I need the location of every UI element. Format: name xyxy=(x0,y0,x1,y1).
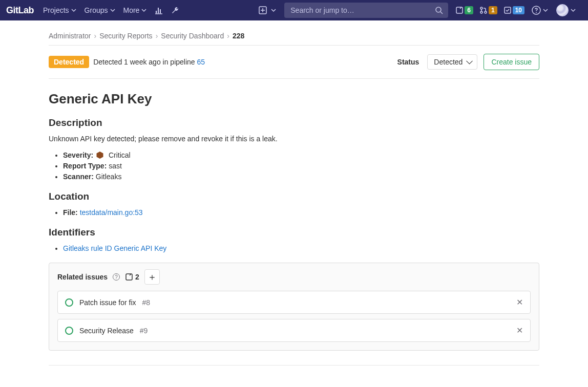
file-label: File: xyxy=(63,208,78,217)
related-issues-panel: Related issues ? 2 ＋ Patch issue for fix… xyxy=(49,263,539,351)
top-navbar: GitLab Projects Groups More xyxy=(0,0,588,20)
chevron-down-icon xyxy=(571,8,576,13)
issue-title: Security Release xyxy=(79,327,134,335)
avatar xyxy=(556,4,569,16)
related-issues-count-value: 2 xyxy=(135,273,139,281)
svg-rect-10 xyxy=(126,274,132,280)
location-list: File: testdata/main.go:53 xyxy=(49,208,539,217)
report-type-label: Report Type: xyxy=(63,162,107,170)
related-issues-title: Related issues xyxy=(57,273,108,281)
chevron-down-icon xyxy=(110,8,115,13)
severity-critical-icon xyxy=(96,152,103,159)
crumb-sep: › xyxy=(227,32,229,40)
location-heading: Location xyxy=(49,191,539,202)
identifier-row: Gitleaks rule ID Generic API Key xyxy=(63,244,539,252)
user-menu[interactable] xyxy=(552,1,580,19)
analytics-icon[interactable] xyxy=(151,3,167,17)
mr-count: 1 xyxy=(489,6,497,14)
remove-related-issue-button[interactable]: ✕ xyxy=(516,326,523,335)
crumb-sep: › xyxy=(156,32,158,40)
status-row: Detected Detected 1 week ago in pipeline… xyxy=(49,46,539,79)
merge-request-icon xyxy=(479,6,488,14)
brand-logo[interactable]: GitLab xyxy=(4,5,39,16)
status-pill: Detected xyxy=(49,56,89,68)
mr-counter[interactable]: 1 xyxy=(476,4,500,16)
crumb-sep: › xyxy=(94,32,96,40)
file-row: File: testdata/main.go:53 xyxy=(63,208,539,217)
description-text: Unknown API key detected; please remove … xyxy=(49,135,539,143)
add-related-issue-button[interactable]: ＋ xyxy=(144,269,160,285)
nav-projects[interactable]: Projects xyxy=(39,3,80,17)
help-icon[interactable]: ? xyxy=(113,273,120,281)
related-issues-body: Patch issue for fix #8 ✕ Security Releas… xyxy=(49,291,539,350)
nav-projects-label: Projects xyxy=(43,6,69,14)
todos-count: 10 xyxy=(513,6,524,14)
issue-ref: #8 xyxy=(142,298,151,307)
new-dropdown[interactable] xyxy=(255,3,271,17)
crumb-security-dashboard[interactable]: Security Dashboard xyxy=(161,32,224,40)
pipeline-link[interactable]: 65 xyxy=(197,58,205,66)
report-type-row: Report Type: sast xyxy=(63,162,539,170)
svg-marker-9 xyxy=(97,152,103,159)
breadcrumb: Administrator › Security Reports › Secur… xyxy=(49,27,539,46)
report-type-value: sast xyxy=(109,162,122,170)
related-issues-header: Related issues ? 2 ＋ xyxy=(49,263,539,291)
severity-label: Severity: xyxy=(63,151,93,159)
crumb-admin[interactable]: Administrator xyxy=(49,32,91,40)
nav-more[interactable]: More xyxy=(119,3,151,17)
severity-value: Critical xyxy=(109,151,131,159)
bottom-divider xyxy=(49,365,539,365)
issue-title: Patch issue for fix xyxy=(79,298,136,307)
identifiers-list: Gitleaks rule ID Generic API Key xyxy=(49,244,539,252)
todo-icon xyxy=(503,6,512,14)
svg-point-3 xyxy=(480,7,482,9)
wrench-icon[interactable] xyxy=(167,3,183,17)
help-dropdown[interactable] xyxy=(528,3,552,18)
chevron-down-icon xyxy=(271,8,276,13)
crumb-security-reports[interactable]: Security Reports xyxy=(99,32,152,40)
chevron-down-icon xyxy=(141,8,146,13)
chevron-down-icon xyxy=(543,8,548,13)
meta-list: Severity: Critical Report Type: sast Sca… xyxy=(49,151,539,181)
issue-open-icon xyxy=(65,298,73,307)
status-text-body: Detected 1 week ago in pipeline xyxy=(93,58,197,66)
svg-point-1 xyxy=(436,7,441,12)
issue-open-icon xyxy=(65,327,73,335)
svg-point-8 xyxy=(536,12,537,13)
related-issue-row[interactable]: Patch issue for fix #8 ✕ xyxy=(57,291,531,314)
svg-rect-2 xyxy=(456,7,463,13)
file-link[interactable]: testdata/main.go:53 xyxy=(80,208,143,217)
severity-row: Severity: Critical xyxy=(63,151,539,159)
nav-groups-label: Groups xyxy=(85,6,108,14)
search-icon[interactable] xyxy=(435,6,443,14)
description-heading: Description xyxy=(49,117,539,128)
identifier-link[interactable]: Gitleaks rule ID Generic API Key xyxy=(63,244,166,252)
related-issue-row[interactable]: Security Release #9 ✕ xyxy=(57,319,531,342)
chevron-down-icon xyxy=(71,8,76,13)
issues-counter[interactable]: 6 xyxy=(452,4,476,16)
related-issues-count: 2 xyxy=(125,273,139,281)
bar-chart-icon xyxy=(155,6,163,14)
new-dropdown-chevron[interactable] xyxy=(271,5,280,16)
scanner-label: Scanner: xyxy=(63,173,94,181)
nav-left: Projects Groups More xyxy=(39,3,183,17)
scanner-value: Gitleaks xyxy=(96,173,122,181)
identifiers-heading: Identifiers xyxy=(49,227,539,238)
search-input[interactable] xyxy=(284,3,448,18)
create-issue-button[interactable]: Create issue xyxy=(484,54,539,70)
crumb-current: 228 xyxy=(233,32,244,40)
question-circle-icon xyxy=(532,6,541,15)
svg-point-5 xyxy=(485,11,487,13)
status-text: Detected 1 week ago in pipeline 65 xyxy=(93,58,205,66)
status-dropdown[interactable]: Detected xyxy=(427,54,477,70)
search-wrap xyxy=(284,3,448,18)
issues-count: 6 xyxy=(465,6,473,14)
svg-point-4 xyxy=(480,11,482,13)
remove-related-issue-button[interactable]: ✕ xyxy=(516,297,523,307)
issue-icon xyxy=(455,6,464,14)
nav-groups[interactable]: Groups xyxy=(80,3,119,17)
todos-counter[interactable]: 10 xyxy=(500,4,528,16)
page-title: Generic API Key xyxy=(49,91,539,107)
issue-icon xyxy=(125,273,133,281)
nav-more-label: More xyxy=(123,6,140,14)
